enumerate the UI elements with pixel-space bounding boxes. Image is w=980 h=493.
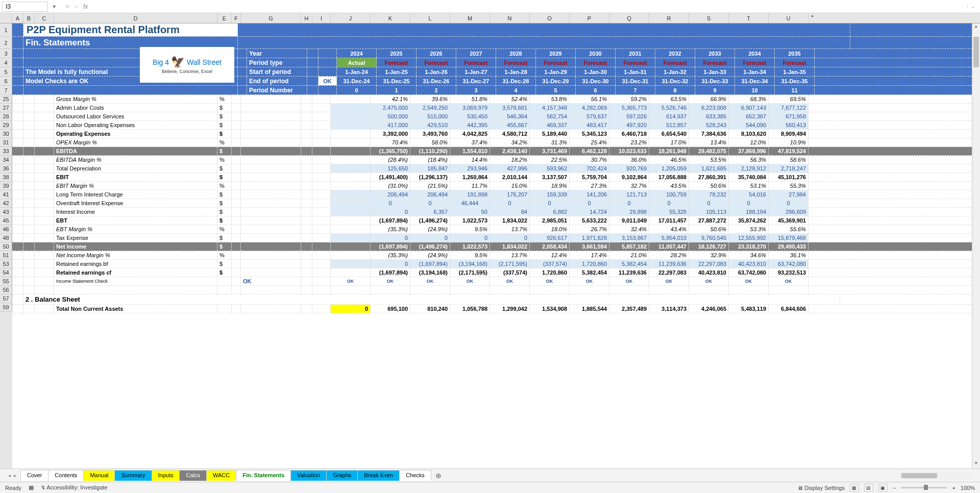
row-header-38[interactable]: 38: [0, 173, 12, 182]
data-cell: 5,365,773: [609, 104, 649, 112]
tab-checks[interactable]: Checks: [399, 470, 431, 481]
tab-inputs[interactable]: Inputs: [152, 470, 180, 481]
select-all-corner[interactable]: [0, 13, 12, 23]
row-header-4[interactable]: 4: [0, 58, 12, 67]
col-header-E[interactable]: E: [217, 13, 232, 23]
data-cell: [331, 225, 371, 233]
col-header-Q[interactable]: Q: [609, 13, 649, 23]
row-header-57[interactable]: 57: [0, 294, 12, 303]
row-header-25[interactable]: 25: [0, 95, 12, 104]
row-header-51[interactable]: 51: [0, 251, 12, 260]
col-header-C[interactable]: C: [35, 13, 54, 23]
col-header-K[interactable]: K: [371, 13, 410, 23]
row-header-55[interactable]: 55: [0, 277, 12, 286]
tab-break-even[interactable]: Break Even: [357, 470, 400, 481]
col-header-O[interactable]: O: [530, 13, 570, 23]
row-header-7[interactable]: 7: [0, 86, 12, 95]
row-header-54[interactable]: 54: [0, 268, 12, 277]
page-break-view-icon[interactable]: ▣: [878, 484, 888, 492]
col-header-N[interactable]: N: [490, 13, 530, 23]
row-header-2[interactable]: 2: [0, 37, 12, 49]
cancel-icon[interactable]: ✕: [65, 3, 70, 10]
col-scroll-right[interactable]: ▸: [808, 13, 817, 21]
name-box-dropdown[interactable]: ▼: [50, 4, 59, 9]
row-header-34[interactable]: 34: [0, 156, 12, 164]
macro-record-icon[interactable]: ▦: [29, 484, 34, 491]
accessibility-status[interactable]: ↯ Accessibility: Investigate: [41, 484, 108, 491]
row-header-42[interactable]: 42: [0, 199, 12, 208]
zoom-in-icon[interactable]: +: [952, 485, 955, 491]
fx-icon[interactable]: fx: [83, 3, 88, 10]
col-header-D[interactable]: D: [54, 13, 217, 23]
row-header-30[interactable]: 30: [0, 130, 12, 138]
data-cell: 185,847: [410, 164, 450, 172]
tab-calcs[interactable]: Calcs: [179, 470, 207, 481]
formula-input[interactable]: [94, 2, 965, 11]
tab-wacc[interactable]: WACC: [206, 470, 236, 481]
row-header-45[interactable]: 45: [0, 216, 12, 225]
horizontal-scrollbar[interactable]: [900, 472, 972, 479]
new-sheet-button[interactable]: ⊕: [431, 470, 446, 482]
formula-expand-icon[interactable]: ⌄: [967, 4, 978, 9]
row-header-33[interactable]: 33: [0, 147, 12, 156]
vertical-scrollbar[interactable]: ▴ ▾: [972, 23, 980, 469]
scroll-down-icon[interactable]: ▾: [972, 460, 980, 469]
row-header-48[interactable]: 48: [0, 234, 12, 242]
col-header-G[interactable]: G: [241, 13, 301, 23]
page-layout-view-icon[interactable]: ▤: [864, 484, 873, 492]
row-header-59[interactable]: 59: [0, 303, 12, 312]
row-header-39[interactable]: 39: [0, 182, 12, 190]
data-cell: 544,090: [729, 121, 769, 129]
tab-graphs[interactable]: Graphs: [326, 470, 358, 481]
vscroll-thumb[interactable]: [973, 37, 979, 67]
tab-contents[interactable]: Contents: [48, 470, 84, 481]
col-header-R[interactable]: R: [649, 13, 689, 23]
tab-manual[interactable]: Manual: [83, 470, 115, 481]
col-header-M[interactable]: M: [450, 13, 490, 23]
col-header-T[interactable]: T: [729, 13, 769, 23]
row-header-50[interactable]: 50: [0, 242, 12, 251]
col-header-L[interactable]: L: [410, 13, 450, 23]
row-header-1[interactable]: 1: [0, 23, 12, 37]
row-header-36[interactable]: 36: [0, 164, 12, 173]
tab-summary[interactable]: Summary: [114, 470, 152, 481]
zoom-out-icon[interactable]: −: [893, 485, 896, 491]
normal-view-icon[interactable]: ▦: [850, 484, 859, 492]
tab-cover[interactable]: Cover: [20, 470, 48, 481]
tab-nav[interactable]: ◂▸: [4, 473, 20, 478]
col-header-F[interactable]: F: [232, 13, 241, 23]
name-box[interactable]: [2, 2, 48, 12]
col-header-H[interactable]: H: [301, 13, 312, 23]
row-header-28[interactable]: 28: [0, 112, 12, 121]
data-cell: 2,438,140: [490, 147, 530, 155]
cells-grid[interactable]: Big 4 🦅 Wall Street Believe, Conceive, E…: [12, 23, 972, 469]
col-header-U[interactable]: U: [769, 13, 808, 23]
row-header-41[interactable]: 41: [0, 190, 12, 199]
tab-fin-statements[interactable]: Fin. Statements: [236, 470, 291, 481]
row-header-3[interactable]: 3: [0, 49, 12, 58]
row-header-31[interactable]: 31: [0, 138, 12, 147]
row-header-5[interactable]: 5: [0, 67, 12, 77]
zoom-level[interactable]: 100%: [961, 485, 975, 491]
unit: $: [217, 147, 232, 155]
display-settings[interactable]: 🖥 Display Settings: [797, 485, 845, 491]
row-header-27[interactable]: 27: [0, 104, 12, 112]
row-header-53[interactable]: 53: [0, 260, 12, 268]
scroll-up-icon[interactable]: ▴: [972, 23, 980, 32]
row-header-56[interactable]: 56: [0, 286, 12, 294]
row-header-29[interactable]: 29: [0, 121, 12, 130]
col-header-I[interactable]: I: [312, 13, 331, 23]
col-header-B[interactable]: B: [23, 13, 35, 23]
data-cell: 512,857: [649, 121, 689, 129]
row-header-43[interactable]: 43: [0, 208, 12, 216]
hscroll-thumb[interactable]: [901, 473, 937, 478]
row-header-6[interactable]: 6: [0, 77, 12, 86]
enter-icon[interactable]: ✓: [74, 3, 79, 10]
col-header-A[interactable]: A: [12, 13, 23, 23]
col-header-S[interactable]: S: [689, 13, 729, 23]
row-header-46[interactable]: 46: [0, 225, 12, 234]
tab-valuation[interactable]: Valuation: [290, 470, 327, 481]
col-header-J[interactable]: J: [331, 13, 371, 23]
col-header-P[interactable]: P: [570, 13, 609, 23]
zoom-slider[interactable]: [901, 487, 947, 488]
